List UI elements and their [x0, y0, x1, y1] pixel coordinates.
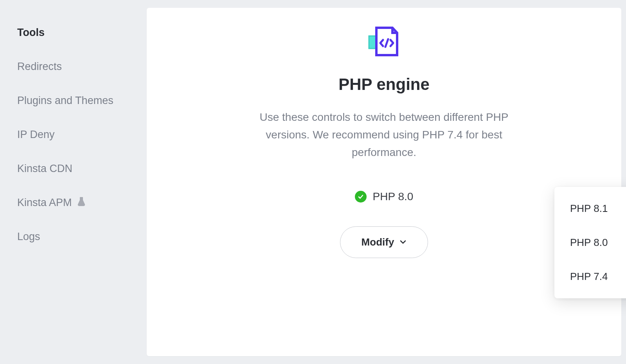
sidebar-item-kinsta-apm[interactable]: Kinsta APM [17, 186, 147, 220]
main-panel: PHP engine Use these controls to switch … [147, 0, 626, 364]
current-version-label: PHP 8.0 [373, 190, 414, 203]
sidebar-item-kinsta-cdn[interactable]: Kinsta CDN [17, 152, 147, 186]
dropdown-item-label: PHP 8.0 [570, 237, 608, 248]
check-circle-icon [355, 191, 367, 203]
sidebar-item-label: Plugins and Themes [17, 95, 113, 107]
card-title: PHP engine [186, 75, 582, 94]
sidebar-item-logs[interactable]: Logs [17, 220, 147, 254]
sidebar-item-label: Redirects [17, 61, 62, 73]
sidebar-item-label: Logs [17, 231, 40, 243]
sidebar-item-tools[interactable]: Tools [17, 16, 147, 50]
sidebar-item-label: Tools [17, 27, 45, 39]
modify-button[interactable]: Modify [340, 226, 428, 258]
chevron-down-icon [399, 236, 407, 248]
dropdown-item-label: PHP 8.1 [570, 203, 608, 214]
dropdown-item-php-8-1[interactable]: PHP 8.1 [554, 197, 626, 226]
sidebar-item-label: IP Deny [17, 129, 55, 141]
sidebar-item-ip-deny[interactable]: IP Deny [17, 118, 147, 152]
dropdown-item-php-8-0[interactable]: PHP 8.0 [554, 226, 626, 260]
sidebar-item-label: Kinsta CDN [17, 163, 72, 175]
flask-icon [77, 197, 85, 209]
sidebar: Tools Redirects Plugins and Themes IP De… [0, 0, 147, 364]
dropdown-item-label: PHP 7.4 [570, 271, 608, 282]
php-version-dropdown: PHP 8.1 PHP 8.0 PHP 7.4 [554, 187, 626, 298]
sidebar-item-plugins-themes[interactable]: Plugins and Themes [17, 84, 147, 118]
php-engine-card: PHP engine Use these controls to switch … [147, 8, 621, 356]
sidebar-item-label: Kinsta APM [17, 197, 72, 209]
modify-button-label: Modify [362, 236, 394, 248]
dropdown-item-php-7-4[interactable]: PHP 7.4 [554, 260, 626, 288]
card-description: Use these controls to switch between dif… [243, 109, 525, 161]
sidebar-item-redirects[interactable]: Redirects [17, 50, 147, 84]
php-engine-hero-icon [186, 27, 582, 56]
current-version-status: PHP 8.0 [186, 190, 582, 203]
